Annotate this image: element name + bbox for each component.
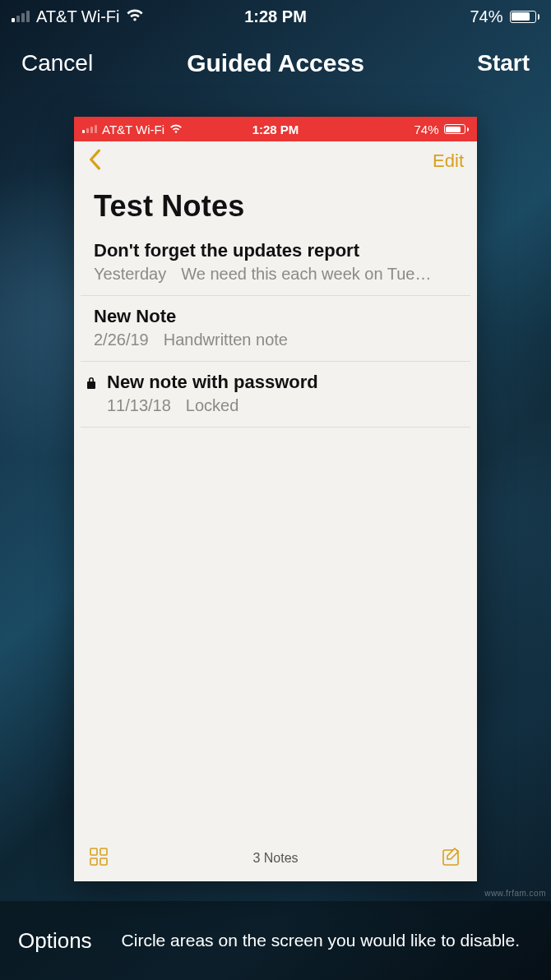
edit-button[interactable]: Edit: [433, 150, 464, 172]
note-date: Yesterday: [94, 265, 166, 284]
battery-icon: [444, 124, 470, 134]
notes-toolbar: 3 Notes: [74, 835, 477, 881]
note-title: New note with password: [107, 372, 457, 393]
watermark: www.frfam.com: [484, 889, 546, 898]
chevron-left-icon: [87, 149, 102, 170]
note-title: New Note: [94, 306, 457, 327]
battery-icon: [510, 11, 540, 23]
note-row[interactable]: New Note 2/26/19 Handwritten note: [81, 296, 470, 362]
notes-list: Don't forget the updates report Yesterda…: [74, 237, 477, 428]
notes-nav-bar: Edit: [74, 141, 477, 181]
options-bar: Options Circle areas on the screen you w…: [0, 901, 551, 980]
note-summary: Locked: [186, 396, 239, 415]
note-date: 11/13/18: [107, 396, 171, 415]
guided-access-header: Cancel Guided Access Start: [0, 33, 551, 94]
back-button[interactable]: [87, 149, 102, 173]
note-summary: We need this each week on Tue…: [181, 265, 431, 284]
note-title: Don't forget the updates report: [94, 240, 457, 261]
note-summary: Handwritten note: [164, 331, 288, 349]
folder-title: Test Notes: [74, 181, 477, 237]
device-status-bar: AT&T Wi-Fi 1:28 PM 74%: [0, 0, 551, 33]
app-status-bar: AT&T Wi-Fi 1:28 PM 74%: [74, 117, 477, 141]
guided-access-title: Guided Access: [0, 49, 551, 77]
notes-count: 3 Notes: [74, 851, 477, 866]
options-hint: Circle areas on the screen you would lik…: [109, 929, 533, 952]
app-status-time: 1:28 PM: [74, 122, 477, 136]
status-time: 1:28 PM: [0, 7, 551, 26]
app-preview[interactable]: AT&T Wi-Fi 1:28 PM 74% Edit Test Notes: [74, 117, 477, 881]
options-button[interactable]: Options: [18, 928, 92, 954]
note-date: 2/26/19: [94, 331, 149, 349]
lock-icon: [86, 377, 97, 390]
note-row[interactable]: Don't forget the updates report Yesterda…: [81, 237, 470, 296]
note-row[interactable]: New note with password 11/13/18 Locked: [81, 362, 470, 428]
